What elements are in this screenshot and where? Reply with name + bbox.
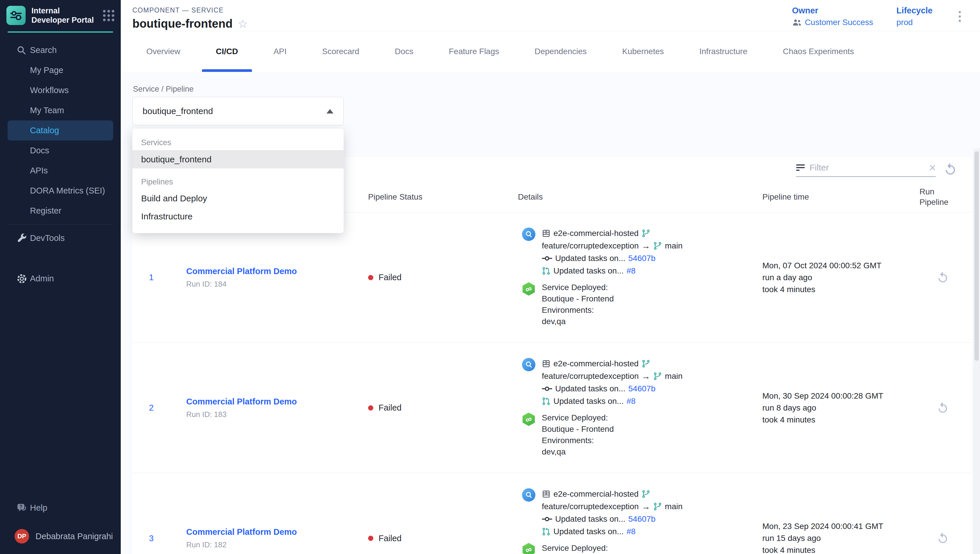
- ci-details-group: e2e-commercial-hosted feature/corruptede…: [518, 488, 757, 538]
- sidebar-item-docs[interactable]: Docs: [0, 140, 121, 161]
- run-pipeline-icon[interactable]: [936, 271, 949, 284]
- commit-text: Updated tasks on...: [555, 254, 625, 263]
- sidebar-item-dora-metrics[interactable]: DORA Metrics (SEI): [0, 181, 121, 201]
- dropdown-option-build-and-deploy[interactable]: Build and Deploy: [132, 189, 344, 207]
- sidebar-item-label: Register: [30, 206, 61, 216]
- sidebar-item-devtools[interactable]: DevTools: [0, 228, 121, 248]
- run-pipeline-icon[interactable]: [936, 532, 949, 545]
- sidebar-item-help[interactable]: ? Help: [0, 498, 121, 518]
- dropdown-option-infrastructure[interactable]: Infrastructure: [132, 207, 344, 226]
- sidebar-nav: Search My Page Workflows My Team Catalog…: [0, 40, 121, 289]
- owner-block: Owner Customer Success: [792, 6, 873, 31]
- lifecycle-value: prod: [896, 18, 932, 27]
- column-header-details: Details: [512, 192, 757, 202]
- sidebar-item-label: DevTools: [30, 233, 65, 243]
- tab-infrastructure[interactable]: Infrastructure: [686, 31, 762, 72]
- tab-cicd[interactable]: CI/CD: [202, 31, 252, 72]
- tab-dependencies[interactable]: Dependencies: [520, 31, 601, 72]
- commit-text: Updated tasks on...: [555, 514, 625, 524]
- tab-overview[interactable]: Overview: [132, 31, 194, 72]
- favorite-star-icon[interactable]: ☆: [238, 18, 248, 29]
- deploy-service: Boutique - Frontend: [542, 293, 614, 304]
- pr-link[interactable]: #8: [627, 266, 635, 275]
- branch-icon: [641, 359, 650, 368]
- sidebar-item-search[interactable]: Search: [0, 40, 121, 60]
- user-menu[interactable]: DP Debabrata Panigrahi: [0, 526, 121, 546]
- table-row: 2 Commercial Platform Demo Run ID: 183 F…: [132, 343, 972, 473]
- pr-link[interactable]: #8: [627, 396, 635, 406]
- tab-scorecard[interactable]: Scorecard: [308, 31, 373, 72]
- clear-filter-icon[interactable]: ×: [929, 162, 936, 174]
- sidebar-item-admin[interactable]: Admin: [0, 269, 121, 289]
- app-screen: Internal Developer Portal Search My Page…: [0, 0, 980, 554]
- cd-details-group: ∞ Service Deployed: Boutique - Frontend …: [518, 542, 757, 554]
- pipeline-name-link[interactable]: Commercial Platform Demo: [186, 527, 362, 537]
- cd-stage-icon: ∞: [522, 543, 535, 554]
- ci-details-group: e2e-commercial-hosted feature/corruptede…: [518, 357, 757, 408]
- sidebar-item-label: Workflows: [30, 86, 69, 95]
- tab-docs[interactable]: Docs: [381, 31, 428, 72]
- owner-link[interactable]: Customer Success: [792, 18, 873, 27]
- time-took: took 4 minutes: [762, 285, 914, 294]
- branch-icon: [653, 502, 662, 511]
- service-pipeline-select[interactable]: boutique_frontend: [132, 97, 344, 126]
- page-title: boutique-frontend: [132, 17, 232, 30]
- commit-link[interactable]: 54607b: [628, 254, 655, 263]
- gear-icon: [16, 273, 27, 284]
- run-number-link[interactable]: 1: [149, 273, 154, 282]
- app-switcher-icon[interactable]: [103, 10, 115, 21]
- filter-input[interactable]: [810, 162, 924, 172]
- sidebar-item-label: Search: [30, 45, 57, 55]
- branch-to: main: [665, 241, 682, 250]
- run-number-link[interactable]: 3: [149, 533, 154, 543]
- branch-icon: [641, 490, 650, 498]
- filter-box: ×: [796, 162, 936, 177]
- lifecycle-block: Lifecycle prod: [896, 6, 932, 31]
- sidebar-item-label: DORA Metrics (SEI): [30, 186, 105, 196]
- tab-api[interactable]: API: [259, 31, 301, 72]
- branch-from: feature/corruptedexception: [542, 502, 639, 511]
- pr-text: Updated tasks on...: [554, 396, 624, 406]
- pipeline-name-link[interactable]: Commercial Platform Demo: [186, 266, 362, 276]
- branch-to: main: [665, 502, 682, 511]
- run-number-link[interactable]: 2: [149, 403, 154, 412]
- time-ago: run 15 days ago: [762, 533, 914, 543]
- sidebar-item-workflows[interactable]: Workflows: [0, 80, 121, 100]
- refresh-table-icon[interactable]: [943, 162, 957, 176]
- sidebar-item-my-team[interactable]: My Team: [0, 100, 121, 121]
- table-row: 3 Commercial Platform Demo Run ID: 182 F…: [132, 473, 972, 554]
- run-pipeline-icon[interactable]: [936, 401, 949, 414]
- tab-kubernetes[interactable]: Kubernetes: [608, 31, 678, 72]
- repo-name: e2e-commercial-hosted: [554, 489, 639, 499]
- sidebar-item-label: Catalog: [30, 126, 59, 135]
- status-failed-dot: [368, 405, 373, 411]
- column-header-run: Run Pipeline: [914, 186, 957, 207]
- sidebar-item-register[interactable]: Register: [0, 201, 121, 221]
- owner-label: Owner: [792, 6, 873, 16]
- scrollbar-track[interactable]: [973, 148, 980, 554]
- pull-request-icon: [542, 266, 550, 275]
- pr-link[interactable]: #8: [627, 527, 635, 536]
- commit-link[interactable]: 54607b: [628, 384, 655, 393]
- arrow-right: →: [641, 501, 650, 511]
- commit-link[interactable]: 54607b: [628, 514, 655, 524]
- tab-chaos-experiments[interactable]: Chaos Experiments: [769, 31, 868, 72]
- dropdown-group-services: Services: [132, 135, 344, 150]
- dropdown-option-boutique-frontend[interactable]: boutique_frontend: [132, 150, 344, 169]
- deploy-label: Service Deployed:: [542, 282, 614, 293]
- sidebar-item-catalog[interactable]: Catalog: [8, 121, 113, 140]
- branch-from: feature/corruptedexception: [542, 372, 639, 381]
- tab-feature-flags[interactable]: Feature Flags: [435, 31, 513, 72]
- sidebar-item-my-page[interactable]: My Page: [0, 60, 121, 80]
- app-title: Internal Developer Portal: [32, 6, 97, 25]
- sidebar-item-apis[interactable]: APIs: [0, 161, 121, 181]
- ci-details-group: e2e-commercial-hosted feature/corruptede…: [518, 227, 757, 277]
- time-gmt: Mon, 07 Oct 2024 00:00:52 GMT: [762, 261, 914, 270]
- app-logo: [6, 6, 25, 25]
- repo-icon: [542, 490, 550, 498]
- lifecycle-label: Lifecycle: [896, 6, 932, 16]
- scrollbar-thumb[interactable]: [974, 151, 979, 361]
- kebab-menu-icon[interactable]: [956, 7, 964, 26]
- pipeline-name-link[interactable]: Commercial Platform Demo: [186, 397, 362, 406]
- branch-icon: [653, 372, 662, 380]
